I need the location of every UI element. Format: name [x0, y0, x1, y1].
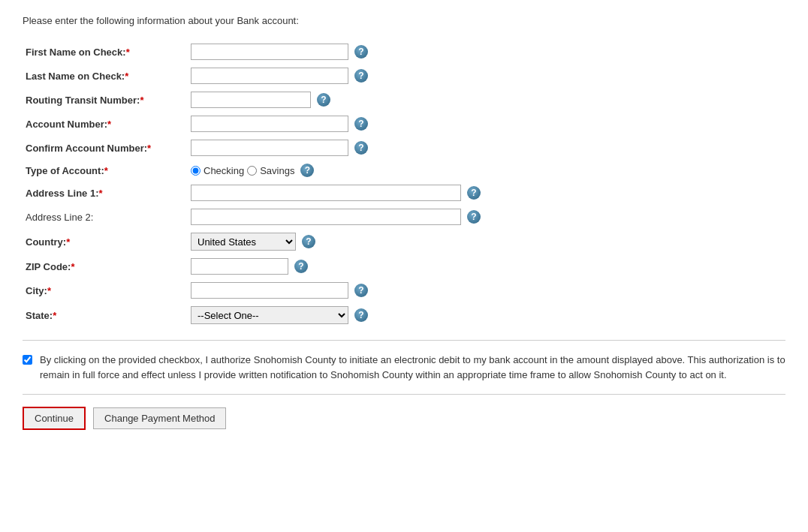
radio-checking-input[interactable]: [191, 166, 200, 176]
account-number-input[interactable]: [191, 116, 348, 132]
label-routing: Routing Transit Number:*: [23, 88, 188, 112]
form-row-account: Account Number:* ?: [23, 112, 785, 136]
change-payment-button[interactable]: Change Payment Method: [93, 407, 226, 429]
confirm-account-help-icon[interactable]: ?: [354, 141, 368, 155]
button-row: Continue Change Payment Method: [23, 407, 785, 430]
radio-checking[interactable]: Checking: [191, 165, 244, 176]
label-zip: ZIP Code:*: [23, 254, 188, 278]
confirm-account-input[interactable]: [191, 140, 348, 156]
label-state: State:*: [23, 302, 188, 328]
authorization-text: By clicking on the provided checkbox, I …: [40, 353, 785, 382]
form-row-confirm-account: Confirm Account Number:* ?: [23, 136, 785, 160]
account-help-icon[interactable]: ?: [354, 117, 368, 131]
authorization-checkbox[interactable]: [23, 355, 32, 365]
country-select[interactable]: United States: [191, 233, 296, 251]
form-row-address1: Address Line 1:* ?: [23, 181, 785, 205]
radio-checking-label: Checking: [204, 165, 244, 176]
address1-input[interactable]: [191, 185, 461, 201]
label-confirm-account: Confirm Account Number:*: [23, 136, 188, 160]
routing-input[interactable]: [191, 92, 311, 108]
address2-help-icon[interactable]: ?: [467, 210, 481, 224]
authorization-section: By clicking on the provided checkbox, I …: [23, 353, 785, 382]
address1-help-icon[interactable]: ?: [467, 186, 481, 200]
first-name-input[interactable]: [191, 44, 348, 60]
label-address2: Address Line 2:: [23, 205, 188, 229]
last-name-input[interactable]: [191, 68, 348, 84]
radio-savings[interactable]: Savings: [247, 165, 294, 176]
form-row-last-name: Last Name on Check:* ?: [23, 64, 785, 88]
zip-input[interactable]: [191, 258, 288, 275]
form-row-address2: Address Line 2: ?: [23, 205, 785, 229]
label-first-name: First Name on Check:*: [23, 40, 188, 64]
label-account: Account Number:*: [23, 112, 188, 136]
country-help-icon[interactable]: ?: [302, 235, 315, 248]
routing-help-icon[interactable]: ?: [317, 93, 330, 107]
label-city: City:*: [23, 278, 188, 302]
state-select[interactable]: --Select One--: [191, 306, 348, 324]
radio-savings-label: Savings: [260, 165, 294, 176]
zip-help-icon[interactable]: ?: [294, 260, 308, 273]
label-last-name: Last Name on Check:*: [23, 64, 188, 88]
form-row-routing: Routing Transit Number:* ?: [23, 88, 785, 112]
form-row-city: City:* ?: [23, 278, 785, 302]
label-address1: Address Line 1:*: [23, 181, 188, 205]
state-help-icon[interactable]: ?: [354, 308, 368, 322]
city-help-icon[interactable]: ?: [354, 284, 368, 297]
address2-input[interactable]: [191, 209, 461, 225]
intro-text: Please enter the following information a…: [23, 15, 785, 26]
label-account-type: Type of Account:*: [23, 160, 188, 181]
label-country: Country:*: [23, 229, 188, 254]
bank-info-form: First Name on Check:* ? Last Name on Che…: [23, 40, 785, 328]
first-name-help-icon[interactable]: ?: [354, 45, 368, 59]
divider-1: [23, 340, 785, 341]
city-input[interactable]: [191, 282, 348, 299]
form-row-first-name: First Name on Check:* ?: [23, 40, 785, 64]
radio-savings-input[interactable]: [247, 166, 257, 176]
form-row-state: State:* --Select One-- ?: [23, 302, 785, 328]
form-row-zip: ZIP Code:* ?: [23, 254, 785, 278]
account-type-help-icon[interactable]: ?: [300, 164, 314, 177]
form-row-country: Country:* United States ?: [23, 229, 785, 254]
divider-2: [23, 394, 785, 395]
form-row-account-type: Type of Account:* Checking Savings ?: [23, 160, 785, 181]
last-name-help-icon[interactable]: ?: [354, 69, 368, 83]
continue-button[interactable]: Continue: [23, 407, 86, 430]
